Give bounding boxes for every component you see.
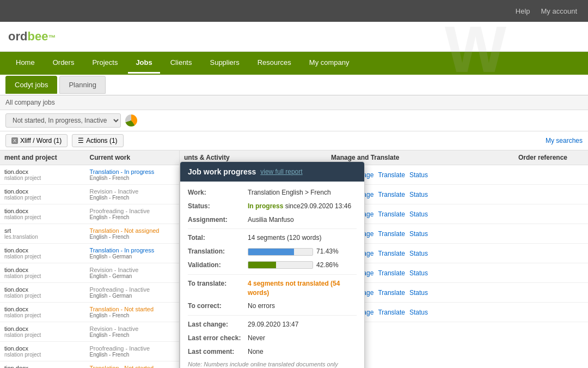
translate-link[interactable]: Translate [378,230,405,238]
last-error-value: Never [248,334,357,343]
to-correct-label: To correct: [188,301,248,311]
job-work-progress-popup[interactable]: Job work progress view full report Work:… [180,161,365,368]
last-comment-value: None [248,347,357,357]
tabs-bar: Codyt jobs Planning [0,75,588,95]
list-item: tion.docx nslation project Translation -… [0,361,179,368]
total-label: Total: [188,233,248,243]
popup-divider [188,228,357,229]
order-reference-header: Order reference [518,154,584,161]
action-bar: X Xliff / Word (1) ☰ Actions (1) My sear… [0,131,588,150]
nav-resources[interactable]: Resources [250,53,299,74]
top-bar: Help My account [0,0,588,22]
translate-link[interactable]: Translate [378,309,405,316]
sub-header: All company jobs [0,95,588,110]
popup-translation-row: Translation: 71.43% [188,247,357,256]
last-comment-label: Last comment: [188,347,248,357]
validation-progress-bar [248,261,313,269]
popup-title: Job work progress [188,167,256,176]
list-item: tion.docx nslation project Translation -… [0,165,179,185]
status-link[interactable]: Status [409,210,428,218]
list-item: tion.docx nslation project Revision - In… [0,185,179,204]
popup-validation-row: Validation: 42.86% [188,261,357,270]
xliff-word-button[interactable]: X Xliff / Word (1) [5,134,68,147]
list-item: tion.docx nslation project Revision - In… [0,322,179,342]
status-link[interactable]: Status [409,230,428,238]
translate-link[interactable]: Translate [378,289,405,297]
nav-mycompany[interactable]: My company [302,53,357,74]
popup-to-translate-row: To translate: 4 segments not translated … [188,279,357,298]
translate-link[interactable]: Translate [378,191,405,198]
main-content: ment and project Current work tion.docx … [0,150,588,368]
validation-label: Validation: [188,261,248,270]
assignment-value: Ausilia Manfuso [248,215,357,225]
last-error-label: Last error check: [188,334,248,343]
nav-clients[interactable]: Clients [163,53,200,74]
popup-last-change-row: Last change: 29.09.2020 13:47 [188,320,357,329]
left-col-header: ment and project Current work [0,150,179,165]
my-searches-link[interactable]: My searches [546,137,583,144]
to-correct-value: No errors [248,301,357,311]
translate-link[interactable]: Translate [378,269,405,277]
list-item: tion.docx nslation project Revision - In… [0,263,179,283]
popup-header: Job work progress view full report [180,162,364,182]
counts-activity-header: unts & Activity [184,154,282,161]
nav-projects[interactable]: Projects [84,53,125,74]
popup-body: Work: Translation English > French Statu… [180,182,364,368]
translation-pct: 71.43% [316,247,339,256]
last-change-label: Last change: [188,320,248,329]
tab-planning[interactable]: Planning [59,76,106,94]
help-link[interactable]: Help [516,7,530,15]
popup-divider3 [188,315,357,316]
validation-pct: 42.86% [316,261,339,270]
xliff-icon: X [11,137,18,144]
status-link[interactable]: Status [409,309,428,316]
to-translate-label: To translate: [188,279,248,298]
nav-jobs[interactable]: Jobs [128,53,160,74]
nav-suppliers[interactable]: Suppliers [202,53,247,74]
to-translate-value: 4 segments not translated (54 words) [248,279,357,298]
status-filter-select[interactable]: Not started, In progress, Inactive [5,113,121,128]
status-link[interactable]: Status [409,289,428,297]
popup-divider2 [188,274,357,275]
popup-total-row: Total: 14 segments (120 words) [188,233,357,243]
status-link[interactable]: Status [409,191,428,198]
logo: ordbee™ [8,29,56,44]
list-item: tion.docx nslation project Translation -… [0,244,179,263]
popup-to-correct-row: To correct: No errors [188,301,357,311]
popup-note: Note: Numbers include online translated … [188,361,357,367]
logo-bar: ordbee™ W [0,22,588,52]
actions-button[interactable]: ☰ Actions (1) [72,134,123,147]
manage-translate-header: Manage and Translate [331,154,518,161]
account-link[interactable]: My account [541,7,577,15]
validation-value: 42.86% [248,261,357,270]
doc-project-col-header: ment and project [4,154,90,161]
popup-last-error-row: Last error check: Never [188,334,357,343]
translate-link[interactable]: Translate [378,210,405,218]
pie-chart-icon[interactable] [125,114,137,126]
list-item: tion.docx nslation project Translation -… [0,303,179,322]
nav-home[interactable]: Home [8,53,42,74]
translate-link[interactable]: Translate [378,250,405,257]
all-company-jobs-label: All company jobs [5,99,55,106]
total-value: 14 segments (120 words) [248,233,357,243]
status-link[interactable]: Status [409,269,428,277]
status-link[interactable]: Status [409,250,428,257]
translation-value: 71.43% [248,247,357,256]
work-value: Translation English > French [248,188,357,197]
filter-bar: Not started, In progress, Inactive [0,110,588,131]
left-panel: ment and project Current work tion.docx … [0,150,180,368]
last-change-value: 29.09.2020 13:47 [248,320,357,329]
nav-orders[interactable]: Orders [45,53,82,74]
assignment-label: Assignment: [188,215,248,225]
work-label: Work: [188,188,248,197]
popup-status-row: Status: In progress since29.09.2020 13:4… [188,202,357,211]
popup-assignment-row: Assignment: Ausilia Manfuso [188,215,357,225]
list-item: srt les.translation Translation - Not as… [0,224,179,244]
nav-bar: Home Orders Projects Jobs Clients Suppli… [0,52,588,75]
tab-codyt-jobs[interactable]: Codyt jobs [5,76,57,94]
status-label: Status: [188,202,248,211]
status-link[interactable]: Status [409,171,428,179]
translate-link[interactable]: Translate [378,171,405,179]
view-full-report-link[interactable]: view full report [260,168,302,176]
list-item: tion.docx nslation project Proofreading … [0,283,179,303]
